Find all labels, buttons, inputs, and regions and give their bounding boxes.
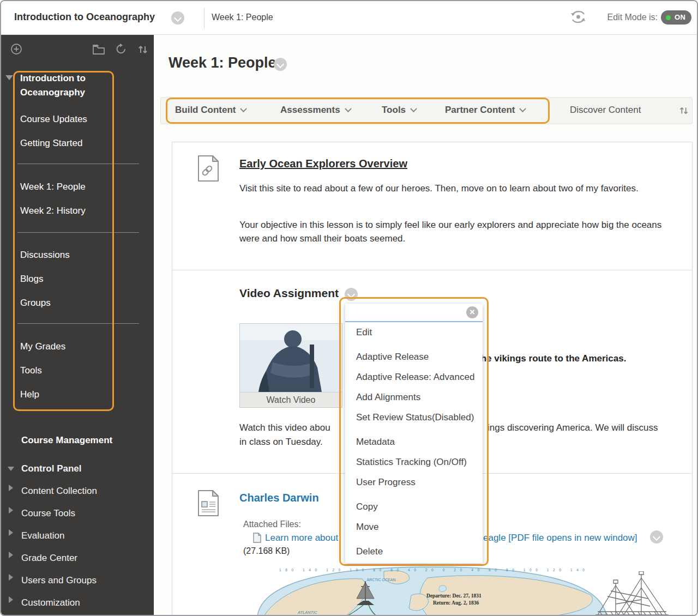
video-bold-text-fragment: the vikings route to the Americas. <box>478 353 626 364</box>
assessments-button[interactable]: Assessments <box>280 105 351 116</box>
pdf-link-fragment-left[interactable]: Learn more about <box>265 533 338 543</box>
partner-content-label: Partner Content <box>445 105 515 115</box>
expand-icon[interactable] <box>9 529 13 536</box>
file-size: (27.168 KB) <box>243 546 290 556</box>
app-window: Introduction to Oceanography Week 1: Peo… <box>0 0 698 616</box>
breadcrumb-divider <box>204 8 204 28</box>
add-menu-item-icon[interactable] <box>10 43 23 56</box>
chevron-down-icon <box>240 105 248 112</box>
menu-item-metadata[interactable]: Metadata <box>345 432 483 452</box>
sidebar-item-evaluation[interactable]: Evaluation <box>21 530 64 541</box>
item-title-charles-darwin[interactable]: Charles Darwin <box>239 492 319 504</box>
page-title-chevron-icon[interactable] <box>274 58 287 71</box>
expand-icon[interactable] <box>9 574 13 581</box>
sidebar-item-content-collection[interactable]: Content Collection <box>21 486 97 497</box>
context-menu-highlight-box: ✕ Edit Adaptive Release Adaptive Release… <box>339 297 489 566</box>
map-return-label: Return: Aug. 2, 1836 <box>433 600 479 606</box>
video-caption-left-line2: in class on Tuesday. <box>239 437 323 448</box>
sidebar-item-week-1-people[interactable]: Week 1: People <box>20 180 86 194</box>
statue-image <box>240 324 342 392</box>
sidebar-item-tools[interactable]: Tools <box>20 364 42 378</box>
sidebar-item-control-panel[interactable]: Control Panel <box>21 463 82 474</box>
chevron-down-icon <box>410 105 417 112</box>
edit-mode-state: ON <box>675 13 686 21</box>
build-content-label: Build Content <box>175 105 236 115</box>
build-content-button[interactable]: Build Content <box>175 105 246 116</box>
menu-item-user-progress[interactable]: User Progress <box>345 472 483 492</box>
expand-icon[interactable] <box>9 507 13 514</box>
edit-mode-label: Edit Mode is: <box>607 13 658 22</box>
video-thumbnail[interactable]: Watch Video <box>239 323 342 408</box>
course-menu-chevron-icon[interactable] <box>171 11 184 25</box>
menu-item-set-review-status[interactable]: Set Review Status(Disabled) <box>345 407 483 427</box>
item1-paragraph-1: Visit this site to read about a few of o… <box>239 182 646 195</box>
action-bar: Build Content Assessments Tools Partner … <box>160 97 693 124</box>
assessments-label: Assessments <box>280 105 340 115</box>
edit-mode-green-dot <box>666 15 671 20</box>
student-preview-icon[interactable] <box>568 8 588 27</box>
expand-icon[interactable] <box>9 596 13 603</box>
map-atlantic-label: ATLANTIC <box>297 610 317 615</box>
course-menu-collapse-arrow[interactable] <box>5 75 13 80</box>
course-menu-sidebar: Introduction to Oceanography Course Upda… <box>1 35 154 616</box>
page-title: Week 1: People <box>169 55 276 71</box>
sidebar-item-getting-started[interactable]: Getting Started <box>20 136 82 150</box>
sort-order-icon[interactable] <box>678 105 690 119</box>
map-tick-labels: 160 140 120 100 80 60 40 20 0 20 40 60 8… <box>279 568 585 572</box>
context-menu-list: Edit Adaptive Release Adaptive Release: … <box>345 322 483 561</box>
sidebar-item-customization[interactable]: Customization <box>21 597 80 608</box>
top-bar: Introduction to Oceanography Week 1: Peo… <box>1 1 697 35</box>
sidebar-item-help[interactable]: Help <box>20 388 39 402</box>
breadcrumb: Week 1: People <box>212 13 273 22</box>
content-item-document-icon <box>197 490 219 517</box>
attached-files-label: Attached Files: <box>243 520 301 529</box>
expand-icon[interactable] <box>9 552 13 558</box>
beagle-voyage-map: 160 140 120 100 80 60 40 20 0 20 40 60 8… <box>248 563 616 616</box>
watch-video-button[interactable]: Watch Video <box>240 392 342 407</box>
sidebar-item-groups[interactable]: Groups <box>20 296 51 310</box>
control-panel-expand-icon[interactable] <box>8 467 14 471</box>
sidebar-item-course-home[interactable]: Introduction to Oceanography <box>20 71 102 100</box>
menu-item-statistics-tracking[interactable]: Statistics Tracking (On/Off) <box>345 452 483 472</box>
video-caption-right-fragment: ings discovering America. We will discus… <box>488 422 658 433</box>
map-arctic-label: ARCTIC OCEAN <box>367 578 396 582</box>
item1-paragraph-2: Your objective in this lesson is to simp… <box>239 218 684 245</box>
discover-content-button[interactable]: Discover Content <box>570 105 641 116</box>
refresh-icon[interactable] <box>115 43 128 56</box>
sidebar-divider <box>17 232 139 233</box>
sidebar-item-my-grades[interactable]: My Grades <box>20 340 65 354</box>
sidebar-item-grade-center[interactable]: Grade Center <box>21 553 77 564</box>
sidebar-item-week-2-history[interactable]: Week 2: History <box>20 204 86 218</box>
menu-item-move[interactable]: Move <box>345 517 483 537</box>
menu-item-adaptive-release-advanced[interactable]: Adaptive Release: Advanced <box>345 367 483 387</box>
tools-button[interactable]: Tools <box>382 105 416 116</box>
edit-mode-toggle[interactable]: ON <box>661 10 691 25</box>
chevron-down-icon <box>520 105 527 112</box>
course-title: Introduction to Oceanography <box>14 11 155 23</box>
expand-icon[interactable] <box>9 485 13 491</box>
context-menu-header: ✕ <box>345 304 483 322</box>
item-separator <box>172 270 693 270</box>
item-title-early-ocean-explorers[interactable]: Early Ocean Explorers Overview <box>239 158 407 170</box>
sidebar-item-course-updates[interactable]: Course Updates <box>20 112 87 126</box>
sidebar-item-blogs[interactable]: Blogs <box>20 272 44 286</box>
sidebar-item-discussions[interactable]: Discussions <box>20 248 70 262</box>
menu-item-delete[interactable]: Delete <box>345 541 483 561</box>
pdf-link-menu-chevron-icon[interactable] <box>650 530 663 543</box>
sidebar-item-users-and-groups[interactable]: Users and Groups <box>21 575 97 586</box>
menu-item-edit[interactable]: Edit <box>345 322 483 342</box>
course-management-header: Course Management <box>21 435 112 446</box>
menu-item-add-alignments[interactable]: Add Alignments <box>345 387 483 407</box>
item-title-video-assignment: Video Assignment <box>239 287 339 300</box>
sidebar-item-course-tools[interactable]: Course Tools <box>21 508 75 519</box>
partner-content-button[interactable]: Partner Content <box>445 105 525 116</box>
map-departure-label: Departure: Dec. 27, 1831 <box>426 593 482 599</box>
menu-item-copy[interactable]: Copy <box>345 497 483 517</box>
video-caption-left-line1: Watch this video abou <box>239 422 330 433</box>
url-document-icon <box>197 155 219 182</box>
menu-item-adaptive-release[interactable]: Adaptive Release <box>345 347 483 367</box>
reorder-icon[interactable] <box>136 43 149 56</box>
folder-view-icon[interactable] <box>92 44 105 57</box>
pdf-link-fragment-right[interactable]: eagle [PDF file opens in new window] <box>483 533 637 543</box>
close-icon[interactable]: ✕ <box>466 306 478 318</box>
